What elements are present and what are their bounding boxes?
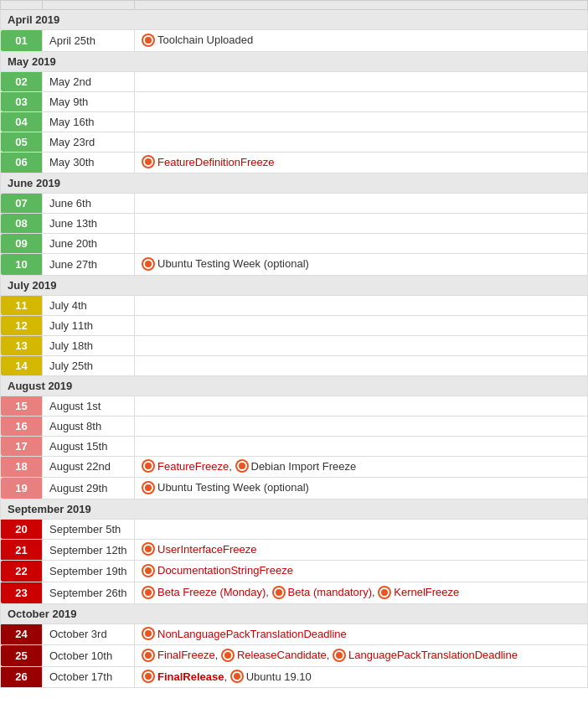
week-number: 13 [1,335,43,355]
col-header-week [1,1,43,10]
table-row: 16August 8th [1,416,588,436]
kernel-freeze-link[interactable]: KernelFreeze [394,586,459,598]
table-row: 13July 18th [1,335,588,355]
ubuntu-icon [142,459,155,473]
week-number: 20 [1,519,43,539]
table-row: 08June 13th [1,214,588,234]
month-header: October 2019 [1,603,588,623]
event-text: Debian Import Freeze [251,460,357,473]
ubuntu-icon [142,34,155,47]
table-row: 19August 29thUbuntu Testing Week (option… [1,478,588,499]
event-link[interactable]: FeatureDefinitionFreeze [157,156,274,168]
event-cell: Toolchain Uploaded [135,30,588,52]
table-row: 18August 22ndFeatureFreeze, Debian Impor… [1,456,588,478]
week-number: 01 [1,30,43,52]
date-cell: April 25th [43,30,135,52]
table-row: 10June 27thUbuntu Testing Week (optional… [1,254,588,276]
week-number: 25 [1,645,43,667]
event-cell: FeatureFreeze, Debian Import Freeze [135,456,588,478]
event-cell: Ubuntu Testing Week (optional) [135,478,588,499]
date-cell: October 17th [43,666,135,688]
ubuntu-icon [142,670,155,683]
date-cell: June 20th [43,234,135,254]
table-row: 03May 9th [1,91,588,111]
ubuntu-icon [142,155,155,168]
event-cell: Beta Freeze (Monday), Beta (mandatory), … [135,582,588,603]
week-number: 18 [1,456,43,478]
date-cell: July 11th [43,315,135,335]
week-number: 24 [1,623,43,645]
date-cell: August 29th [43,478,135,499]
final-release-link[interactable]: FinalRelease [157,670,224,683]
event-link[interactable]: DocumentationStringFreeze [157,564,293,577]
table-row: 14July 25th [1,355,588,375]
event-link[interactable]: NonLanguagePackTranslationDeadline [157,628,347,640]
beta-freeze-link[interactable]: Beta Freeze (Monday) [157,586,266,598]
week-number: 23 [1,582,43,603]
ubuntu-icon [221,649,235,662]
event-cell [135,234,588,254]
date-cell: June 13th [43,214,135,234]
date-cell: July 25th [43,355,135,375]
week-number: 06 [1,152,43,173]
language-pack-deadline-link[interactable]: LanguagePackTranslationDeadline [348,649,518,661]
event-cell [135,132,588,152]
table-row: 25October 10thFinalFreeze, ReleaseCandid… [1,645,588,667]
event-cell [135,436,588,456]
week-number: 12 [1,315,43,335]
date-cell: May 23rd [43,132,135,152]
event-text: Ubuntu Testing Week (optional) [157,257,309,270]
week-number: 07 [1,194,43,214]
table-row: 15August 1st [1,396,588,416]
event-cell [135,519,588,539]
event-cell [135,315,588,335]
month-header: April 2019 [1,10,588,30]
month-header: September 2019 [1,499,588,519]
date-cell: June 27th [43,254,135,276]
event-text: Ubuntu Testing Week (optional) [157,481,309,494]
month-header: May 2019 [1,51,588,71]
date-cell: August 15th [43,436,135,456]
event-cell [135,335,588,355]
week-number: 02 [1,71,43,91]
date-cell: May 16th [43,111,135,132]
month-header: June 2019 [1,173,588,194]
table-row: 04May 16th [1,111,588,132]
ubuntu-1910-label: Ubuntu 19.10 [246,670,312,683]
event-cell: NonLanguagePackTranslationDeadline [135,623,588,645]
final-freeze-link[interactable]: FinalFreeze [157,649,215,661]
ubuntu-icon [272,586,286,599]
event-cell [135,416,588,436]
beta-mandatory-link[interactable]: Beta (mandatory) [288,586,372,598]
table-row: 09June 20th [1,234,588,254]
ubuntu-icon [230,670,244,683]
event-cell: FinalRelease, Ubuntu 19.10 [135,666,588,688]
event-link[interactable]: UserInterfaceFreeze [157,543,257,556]
week-number: 04 [1,111,43,132]
week-number: 19 [1,478,43,499]
table-row: 21September 12thUserInterfaceFreeze [1,539,588,561]
ubuntu-icon [142,586,155,599]
release-candidate-link[interactable]: ReleaseCandidate [237,649,327,661]
table-row: 22September 19thDocumentationStringFreez… [1,561,588,582]
week-number: 09 [1,234,43,254]
event-link[interactable]: FeatureFreeze [157,460,229,473]
date-cell: October 10th [43,645,135,667]
week-number: 22 [1,561,43,582]
week-number: 16 [1,416,43,436]
date-cell: July 4th [43,295,135,315]
event-cell [135,295,588,315]
event-cell [135,71,588,91]
date-cell: September 12th [43,539,135,561]
event-text: Toolchain Uploaded [157,34,253,46]
ubuntu-icon [378,586,391,599]
table-row: 12July 11th [1,315,588,335]
week-number: 15 [1,396,43,416]
date-cell: September 19th [43,561,135,582]
ubuntu-icon [142,649,155,662]
date-cell: June 6th [43,194,135,214]
table-row: 05May 23rd [1,132,588,152]
table-row: 26October 17thFinalRelease, Ubuntu 19.10 [1,666,588,688]
date-cell: August 22nd [43,456,135,478]
date-cell: September 26th [43,582,135,603]
